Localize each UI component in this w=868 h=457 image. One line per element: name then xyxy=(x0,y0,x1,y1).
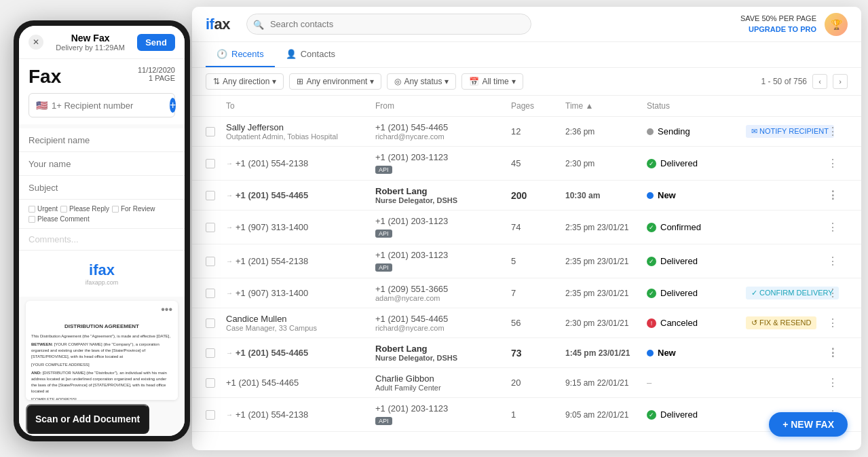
close-button[interactable]: ✕ xyxy=(29,35,43,50)
your-name-field[interactable] xyxy=(19,152,185,176)
row-checkbox[interactable] xyxy=(206,378,226,388)
main-panel: ifax 🔍 SAVE 50% PER PAGE UPGRADE TO PRO … xyxy=(192,7,861,450)
status-cell: Sending xyxy=(647,126,746,136)
col-to: To xyxy=(226,101,375,111)
to-cell: → +1 (201) 554-2138 xyxy=(226,409,375,420)
time-cell: 10:30 am xyxy=(565,191,647,200)
add-recipient-button[interactable]: + xyxy=(170,98,176,113)
app-header: ifax 🔍 SAVE 50% PER PAGE UPGRADE TO PRO … xyxy=(192,7,861,42)
more-options-button[interactable]: ⋮ xyxy=(827,346,848,359)
next-page-button[interactable]: › xyxy=(833,74,848,89)
status-cell: ! Canceled xyxy=(647,318,746,328)
comments-field[interactable]: Comments... xyxy=(19,229,185,251)
chevron-down-icon: ▾ xyxy=(272,77,276,86)
table-row[interactable]: Candice Mullen Case Manager, 33 Campus +… xyxy=(192,308,861,338)
status-cell: ✓ Delivered xyxy=(647,158,746,168)
app-container: ✕ New Fax Delivery by 11:29AM Send Fax 1… xyxy=(0,0,868,457)
send-button[interactable]: Send xyxy=(137,34,175,51)
more-options-button[interactable]: ⋮ xyxy=(827,125,848,138)
to-cell: → +1 (201) 545-4465 xyxy=(226,348,375,358)
row-checkbox[interactable] xyxy=(206,318,226,328)
col-status: Status xyxy=(647,101,746,111)
col-checkbox xyxy=(206,101,226,111)
table-row[interactable]: +1 (201) 545-4465 Charlie Gibbon Adult F… xyxy=(192,368,861,398)
tab-recents[interactable]: 🕐 Recents xyxy=(206,42,275,67)
table-row[interactable]: → +1 (907) 313-1400 +1 (201) 203-1123 AP… xyxy=(192,211,861,244)
row-checkbox[interactable] xyxy=(206,257,226,266)
fax-meta: 11/12/2020 1 PAGE xyxy=(138,66,175,82)
more-options-button[interactable]: ⋮ xyxy=(827,221,848,234)
please-reply-checkbox[interactable]: Please Reply xyxy=(60,205,109,213)
please-comment-checkbox[interactable]: Please Comment xyxy=(29,215,90,223)
fax-table: To From Pages Time ▲ Status Sally Jeffer… xyxy=(192,96,861,450)
row-checkbox[interactable] xyxy=(206,159,226,168)
pages-cell: 12 xyxy=(511,126,565,136)
confirm-delivery-button[interactable]: CONFIRM DELIVERY xyxy=(746,287,839,299)
table-row[interactable]: → +1 (201) 554-2138 +1 (201) 203-1123 AP… xyxy=(192,147,861,181)
subject-field[interactable] xyxy=(19,176,185,200)
chevron-down-icon: ▾ xyxy=(512,77,516,86)
to-cell: → +1 (201) 554-2138 xyxy=(226,158,375,168)
search-input[interactable] xyxy=(246,14,531,35)
fax-big-title: Fax xyxy=(29,66,61,88)
row-checkbox[interactable] xyxy=(206,223,226,232)
ifax-logo-center: ifax ifaxapp.com xyxy=(19,251,185,297)
pages-cell: 20 xyxy=(511,378,565,388)
to-cell: Candice Mullen Case Manager, 33 Campus xyxy=(226,314,375,332)
pages-cell: 73 xyxy=(511,348,565,359)
more-options-button[interactable]: ⋮ xyxy=(827,316,848,329)
environment-filter[interactable]: ⊞ Any environment ▾ xyxy=(289,73,381,90)
status-cell: – xyxy=(647,378,746,388)
col-from: From xyxy=(375,101,511,111)
doc-more-button[interactable]: ••• xyxy=(26,301,178,318)
tab-contacts[interactable]: 👤 Contacts xyxy=(275,42,346,67)
row-checkbox[interactable] xyxy=(206,289,226,298)
row-checkbox[interactable] xyxy=(206,191,226,200)
recipient-name-input[interactable] xyxy=(29,135,175,145)
row-checkbox[interactable] xyxy=(206,127,226,136)
from-cell: +1 (201) 545-4465 richard@nycare.com xyxy=(375,122,511,141)
time-cell: 2:35 pm 23/01/21 xyxy=(565,289,647,298)
from-cell: +1 (201) 203-1123 API xyxy=(375,216,511,238)
subject-input[interactable] xyxy=(29,183,175,193)
more-options-button[interactable]: ⋮ xyxy=(827,287,848,299)
recipient-number-input[interactable] xyxy=(52,100,166,111)
document-preview: ••• DISTRIBUTION AGREEMENT This Distribu… xyxy=(26,301,178,400)
more-options-button[interactable]: ⋮ xyxy=(827,157,848,170)
chevron-down-icon: ▾ xyxy=(445,77,449,86)
table-row[interactable]: → +1 (201) 545-4465 Robert Lang Nurse De… xyxy=(192,181,861,211)
your-name-input[interactable] xyxy=(29,159,175,169)
prev-page-button[interactable]: ‹ xyxy=(812,74,827,89)
pages-cell: 56 xyxy=(511,318,565,328)
table-row[interactable]: → +1 (201) 554-2138 +1 (201) 203-1123 AP… xyxy=(192,244,861,278)
new-fax-button[interactable]: + NEW FAX xyxy=(769,412,848,437)
scan-add-document-button[interactable]: Scan or Add Document xyxy=(26,404,149,434)
more-options-button[interactable]: ⋮ xyxy=(827,376,848,389)
status-filter[interactable]: ◎ Any status ▾ xyxy=(387,73,456,90)
table-row[interactable]: Sally Jefferson Outpatient Admin, Tobias… xyxy=(192,117,861,147)
table-row[interactable]: → +1 (907) 313-1400 +1 (209) 551-3665 ad… xyxy=(192,278,861,308)
flag-icon: 🇺🇸 xyxy=(36,100,48,111)
time-cell: 2:30 pm 23/01/21 xyxy=(565,318,647,328)
action-cell: NOTIFY RECIPIENT xyxy=(746,125,827,138)
recipient-name-field[interactable] xyxy=(19,128,185,152)
for-review-checkbox[interactable]: For Review xyxy=(112,205,155,213)
time-filter[interactable]: 📅 All time ▾ xyxy=(461,73,523,90)
row-checkbox[interactable] xyxy=(206,348,226,358)
table-row[interactable]: → +1 (201) 554-2138 +1 (201) 203-1123 AP… xyxy=(192,398,861,432)
more-options-button[interactable]: ⋮ xyxy=(827,189,848,202)
col-time: Time ▲ xyxy=(565,101,647,111)
row-checkbox[interactable] xyxy=(206,410,226,420)
search-bar[interactable]: 🔍 xyxy=(246,14,531,35)
fix-resend-button[interactable]: FIX & RESEND xyxy=(746,316,816,329)
notify-recipient-button[interactable]: NOTIFY RECIPIENT xyxy=(746,125,834,138)
recipient-number-row[interactable]: 🇺🇸 + xyxy=(29,93,175,117)
more-options-button[interactable]: ⋮ xyxy=(827,255,848,268)
direction-filter[interactable]: ⇅ Any direction ▾ xyxy=(206,73,284,90)
avatar[interactable]: 🏆 xyxy=(825,13,848,36)
fax-form: Fax 11/12/2020 1 PAGE 🇺🇸 + xyxy=(19,59,185,436)
table-row[interactable]: → +1 (201) 545-4465 Robert Lang Nurse De… xyxy=(192,338,861,368)
filters-bar: ⇅ Any direction ▾ ⊞ Any environment ▾ ◎ … xyxy=(192,68,861,96)
urgent-checkbox[interactable]: Urgent xyxy=(29,205,58,213)
fax-header-block: Fax 11/12/2020 1 PAGE 🇺🇸 + xyxy=(19,59,185,124)
